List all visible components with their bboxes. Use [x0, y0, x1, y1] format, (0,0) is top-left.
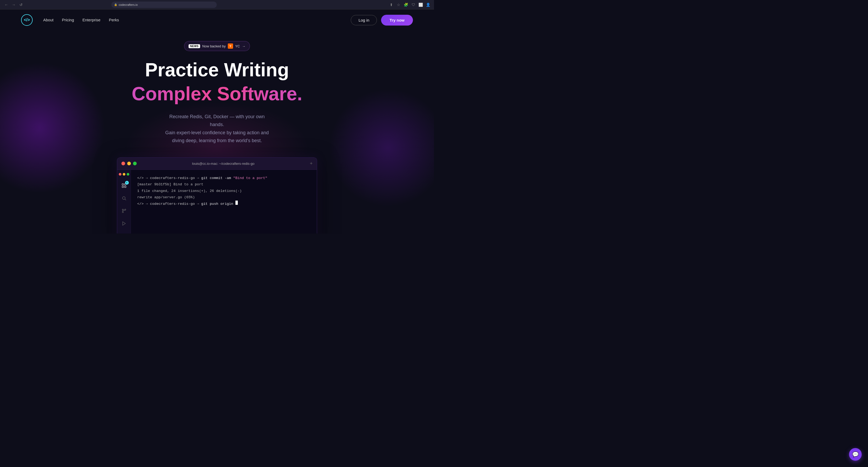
terminal-content[interactable]: </> → codecrafters-redis-go → git commit… — [131, 170, 317, 234]
news-badge[interactable]: NEWS Now backed by Y YC → — [184, 41, 250, 51]
reload-button[interactable]: ↺ — [18, 2, 24, 8]
nav-links: About Pricing Enterprise Perks — [43, 18, 119, 22]
nav-link-about[interactable]: About — [43, 18, 54, 22]
shield-icon[interactable]: 🛡 — [411, 2, 416, 7]
nav-link-enterprise[interactable]: Enterprise — [83, 18, 100, 22]
vscode-sidebar: 1 — [117, 170, 131, 234]
sidebar-dot-green — [127, 173, 129, 176]
terminal-titlebar: louis@cc.io-mac: ~/codecrafters-redis-go… — [117, 158, 317, 170]
sidebar-traffic-lights — [119, 173, 129, 176]
term-output-2: [master 9b31f5b] Bind to a port — [137, 181, 203, 188]
hero-subtitle-line2: Gain expert-level confidence by taking a… — [165, 130, 269, 135]
try-now-button[interactable]: Try now — [381, 15, 413, 26]
term-prompt-5: </> → codecrafters-redis-go → — [137, 201, 201, 207]
share-icon[interactable]: ⬆ — [389, 2, 394, 7]
svg-point-8 — [122, 211, 124, 213]
address-bar[interactable]: 🔒 codecrafters.io — [112, 2, 217, 8]
hero-subtitle-line3: diving deep, learning from the world's b… — [172, 138, 262, 143]
logo[interactable]: </> — [21, 14, 33, 26]
term-prompt-1: </> → codecrafters-redis-go → — [137, 175, 201, 181]
browser-toolbar-right: ⬆ ☆ 🧩 🛡 ⬜ 👤 — [389, 2, 431, 7]
term-line-3: 1 file changed, 24 insertions(+), 26 del… — [137, 188, 310, 194]
sidebar-dot-red — [119, 173, 121, 176]
sidebar-icon-run[interactable] — [120, 220, 128, 227]
term-cmd-5: git push origin — [201, 201, 236, 207]
hero-section: NEWS Now backed by Y YC → Practice Writi… — [0, 31, 434, 145]
nav-link-pricing[interactable]: Pricing — [62, 18, 74, 22]
terminal-new-tab-button[interactable]: + — [310, 161, 313, 166]
sidebar-icon-files[interactable]: 1 — [120, 182, 128, 189]
profile-icon[interactable]: 👤 — [426, 2, 431, 7]
terminal-wrapper: louis@cc.io-mac: ~/codecrafters-redis-go… — [0, 157, 434, 234]
svg-rect-2 — [122, 186, 124, 188]
nav-right: Log in Try now — [351, 15, 413, 26]
sidebar-icon-search[interactable] — [120, 194, 128, 202]
term-line-4: rewrite app/server.go (65%) — [137, 194, 310, 200]
terminal-window: louis@cc.io-mac: ~/codecrafters-redis-go… — [117, 157, 317, 234]
sidebar-icon-extensions[interactable] — [120, 232, 128, 234]
term-output-4: rewrite app/server.go (65%) — [137, 194, 195, 200]
nav-link-perks[interactable]: Perks — [109, 18, 119, 22]
svg-rect-0 — [122, 184, 124, 185]
extensions-icon[interactable]: 🧩 — [403, 2, 409, 7]
svg-rect-3 — [124, 186, 126, 188]
term-cursor — [236, 200, 238, 205]
terminal-title: louis@cc.io-mac: ~/codecrafters-redis-go — [139, 162, 308, 165]
navbar: </> About Pricing Enterprise Perks Log i… — [0, 9, 434, 31]
traffic-light-red[interactable] — [121, 162, 125, 165]
sidebar-badge: 1 — [125, 181, 129, 185]
url-text: codecrafters.io — [119, 3, 138, 6]
hero-subtitle: Recreate Redis, Git, Docker — with your … — [162, 113, 272, 145]
term-line-2: [master 9b31f5b] Bind to a port — [137, 181, 310, 188]
back-button[interactable]: ← — [3, 2, 9, 8]
svg-point-4 — [122, 197, 125, 199]
news-tag: NEWS — [189, 44, 200, 48]
yc-text: YC — [235, 44, 240, 48]
term-output-3: 1 file changed, 24 insertions(+), 26 del… — [137, 188, 242, 194]
news-text: Now backed by — [202, 44, 226, 48]
sidebar-icon-git[interactable] — [120, 207, 128, 215]
traffic-light-yellow[interactable] — [127, 162, 131, 165]
login-button[interactable]: Log in — [351, 15, 377, 25]
hero-title-line2: Complex Software. — [0, 83, 434, 105]
term-line-5: </> → codecrafters-redis-go → git push o… — [137, 200, 310, 207]
svg-line-5 — [125, 199, 126, 200]
sidebar-dot-yellow — [123, 173, 125, 176]
split-icon[interactable]: ⬜ — [418, 2, 424, 7]
browser-chrome: ← → ↺ 🔒 codecrafters.io ⬆ ☆ 🧩 🛡 ⬜ 👤 — [0, 0, 434, 9]
hero-title-line1: Practice Writing — [0, 60, 434, 80]
traffic-light-green[interactable] — [133, 162, 137, 165]
star-icon[interactable]: ☆ — [396, 2, 401, 7]
hero-subtitle-line1: Recreate Redis, Git, Docker — with your … — [169, 114, 265, 127]
terminal-body: 1 — [117, 170, 317, 234]
news-arrow: → — [242, 44, 245, 48]
page: </> About Pricing Enterprise Perks Log i… — [0, 9, 434, 234]
forward-button[interactable]: → — [10, 2, 17, 8]
svg-marker-11 — [122, 222, 125, 225]
term-cmd-1: git commit -am "Bind to a port" — [201, 175, 267, 181]
term-line-1: </> → codecrafters-redis-go → git commit… — [137, 175, 310, 181]
yc-badge: Y — [228, 43, 233, 49]
logo-icon: </> — [21, 14, 33, 26]
browser-nav-buttons: ← → ↺ — [3, 2, 24, 8]
lock-icon: 🔒 — [114, 3, 117, 6]
